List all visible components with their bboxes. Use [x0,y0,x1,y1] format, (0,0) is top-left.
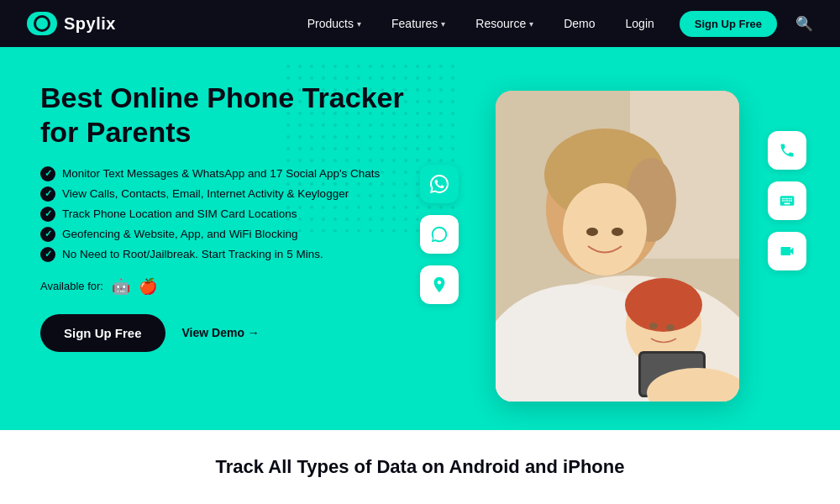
keyboard-icon-btn[interactable] [768,181,806,220]
hero-title: Best Online Phone Tracker for Parents [40,81,444,150]
available-for: Available for: 🤖 🍎 [40,277,444,296]
side-icons-left [420,165,459,304]
check-icon [40,207,55,222]
location-icon-btn[interactable] [420,265,459,304]
feature-item: Track Phone Location and SIM Card Locati… [40,207,444,222]
logo-icon [27,12,57,35]
nav-item-demo[interactable]: Demo [552,10,606,37]
logo[interactable]: Spylix [27,12,116,35]
feature-item: Geofencing & Website, App, and WiFi Bloc… [40,227,444,242]
side-icons-right [768,131,806,270]
camera-icon-btn[interactable] [768,232,806,270]
nav-signup-button[interactable]: Sign Up Free [680,11,777,37]
svg-point-14 [649,323,658,329]
bottom-section: Track All Types of Data on Android and i… [0,430,840,504]
feature-item: View Calls, Contacts, Email, Internet Ac… [40,186,444,202]
svg-point-10 [612,228,623,236]
apple-icon: 🍎 [139,277,157,296]
hero-actions: Sign Up Free View Demo → [40,314,444,352]
feature-item: Monitor Text Messages & WhatsApp and 17 … [40,166,444,181]
check-icon [40,186,55,202]
hero-image [496,91,739,402]
svg-point-13 [625,278,702,332]
check-icon [40,166,55,181]
view-demo-button[interactable]: View Demo → [182,326,260,339]
hero-features-list: Monitor Text Messages & WhatsApp and 17 … [40,166,444,262]
hero-content: Best Online Phone Tracker for Parents Mo… [40,81,444,352]
chat-icon-btn[interactable] [420,215,459,254]
check-icon [40,247,55,262]
feature-item: No Need to Root/Jailbreak. Start Trackin… [40,247,444,262]
svg-point-8 [563,183,647,276]
check-icon [40,227,55,242]
whatsapp-icon-btn[interactable] [420,165,459,203]
hero-section: Best Online Phone Tracker for Parents Mo… [0,47,840,430]
search-icon[interactable]: 🔍 [795,15,813,33]
nav-item-resource[interactable]: Resource ▾ [464,10,545,37]
chevron-down-icon: ▾ [357,19,361,29]
nav-item-login[interactable]: Login [614,10,666,37]
logo-text: Spylix [64,14,116,34]
signup-button[interactable]: Sign Up Free [40,314,165,352]
phone-icon-btn[interactable] [768,131,806,170]
nav-item-features[interactable]: Features ▾ [380,10,457,37]
nav-links: Products ▾ Features ▾ Resource ▾ Demo Lo… [296,10,813,37]
android-icon: 🤖 [112,277,130,296]
navigation: Spylix Products ▾ Features ▾ Resource ▾ … [0,0,840,47]
hero-photo [496,91,739,402]
chevron-down-icon: ▾ [529,19,533,29]
svg-point-9 [586,228,598,236]
bottom-title: Track All Types of Data on Android and i… [216,456,625,478]
svg-point-15 [666,324,675,331]
chevron-down-icon: ▾ [441,19,445,29]
hero-photo-svg [496,91,739,402]
nav-item-products[interactable]: Products ▾ [296,10,373,37]
